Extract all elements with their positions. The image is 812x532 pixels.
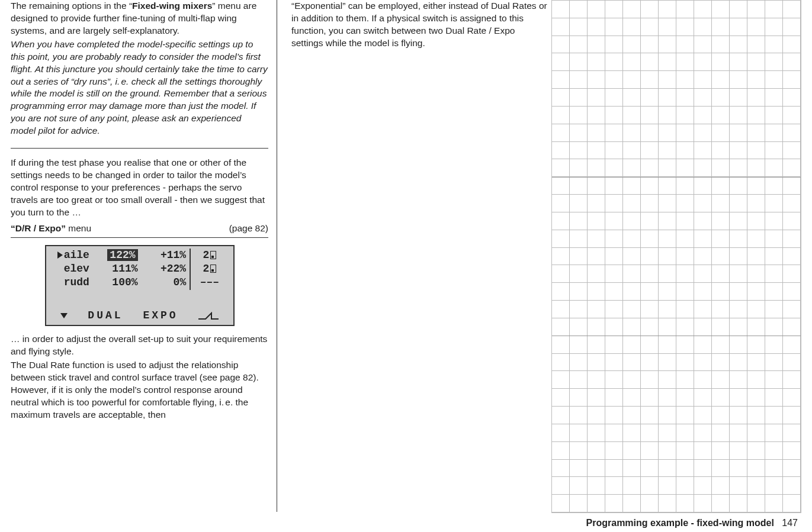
switch-line-icon: [198, 312, 219, 320]
horizontal-rule: [11, 148, 268, 149]
pointer-down-icon: [60, 313, 68, 318]
notes-grid: [551, 0, 801, 513]
lcd-selected-value: 122%: [107, 249, 137, 261]
menu-heading: “D/R / Expo” menu: [11, 223, 91, 235]
footer-title: Programming example - fixed-wing model: [586, 518, 774, 528]
column-2: “Exponential” can be employed, either in…: [288, 0, 555, 512]
lcd-footer: DUAL EXPO: [51, 307, 229, 323]
switch-icon: [210, 251, 216, 259]
column-1: The remaining options in the “Fixed-wing…: [11, 0, 277, 512]
paragraph: The Dual Rate function is used to adjust…: [11, 359, 268, 421]
menu-name-bold: Fixed-wing mixers: [132, 1, 212, 11]
switch-icon: [210, 265, 216, 273]
lcd-row: rudd 100% 0% –––: [51, 276, 229, 289]
lcd-row: aile 122% +11% 2: [51, 249, 229, 262]
lcd-screen: aile 122% +11% 2 elev 111% +22% 2 rudd 1…: [45, 245, 235, 327]
paragraph: “Exponential” can be employed, either in…: [291, 0, 549, 50]
page-number: 147: [782, 518, 798, 528]
column-3: [566, 0, 801, 512]
page-footer: Programming example - fixed-wing model 1…: [586, 517, 798, 530]
paragraph-italic: When you have completed the model-specif…: [11, 38, 268, 137]
pointer-right-icon: [57, 249, 64, 261]
lcd-row: elev 111% +22% 2: [51, 262, 229, 276]
menu-page-ref: (page 82): [229, 223, 268, 235]
menu-heading-row: “D/R / Expo” menu (page 82): [11, 223, 268, 238]
paragraph: … in order to adjust the overall set-up …: [11, 333, 268, 358]
paragraph: If during the test phase you realise tha…: [11, 157, 268, 219]
paragraph: The remaining options in the “Fixed-wing…: [11, 0, 268, 37]
